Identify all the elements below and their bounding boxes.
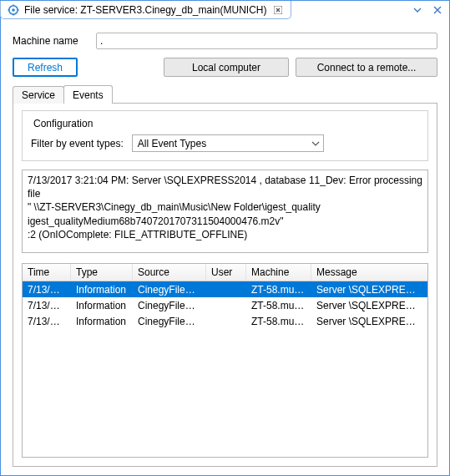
- col-source[interactable]: Source: [133, 264, 206, 281]
- tab-close-button[interactable]: [272, 4, 284, 16]
- tab-events-body: Configuration Filter by event types: All…: [13, 104, 437, 467]
- table-row[interactable]: 7/13/20...InformationCinegyFileSe...ZT-5…: [23, 281, 427, 297]
- machine-input[interactable]: [96, 33, 437, 49]
- machine-label: Machine name: [13, 35, 88, 47]
- chevron-down-icon: [311, 139, 320, 148]
- cell: Information: [71, 283, 133, 296]
- close-icon[interactable]: [431, 3, 444, 17]
- cell: [206, 305, 246, 306]
- service-icon: [8, 4, 19, 16]
- event-detail-text[interactable]: 7/13/2017 3:21:04 PM: Server \SQLEXPRESS…: [22, 170, 428, 253]
- filter-label: Filter by event types:: [31, 138, 124, 149]
- grid-header: Time Type Source User Machine Message: [23, 264, 427, 281]
- button-row: Refresh Local computer Connect to a remo…: [13, 58, 437, 77]
- events-grid: Time Type Source User Machine Message 7/…: [22, 263, 428, 458]
- cell: 7/13/20...: [23, 299, 71, 312]
- cell: Information: [71, 299, 133, 312]
- col-machine[interactable]: Machine: [246, 264, 311, 281]
- window-title: File service: ZT-SERVER3.Cinegy_db_main(…: [24, 4, 267, 16]
- cell: [206, 289, 246, 291]
- svg-point-1: [12, 8, 15, 12]
- connect-remote-button[interactable]: Connect to a remote...: [296, 58, 437, 77]
- cell: ZT-58.muni...: [246, 283, 311, 296]
- cell: CinegyFileSe...: [133, 283, 206, 296]
- tab-events[interactable]: Events: [63, 85, 113, 104]
- dropdown-icon[interactable]: [411, 3, 424, 17]
- machine-row: Machine name: [13, 33, 437, 49]
- tabs: Service Events: [13, 85, 437, 104]
- col-time[interactable]: Time: [23, 264, 71, 281]
- cell: Server \SQLEXPRESS2014: [311, 299, 427, 312]
- local-computer-button[interactable]: Local computer: [164, 58, 289, 77]
- cell: Server \SQLEXPRESS2014: [311, 315, 427, 328]
- title-tab[interactable]: File service: ZT-SERVER3.Cinegy_db_main(…: [0, 1, 291, 19]
- cell: [206, 321, 246, 322]
- app-window: File service: ZT-SERVER3.Cinegy_db_main(…: [0, 0, 450, 476]
- grid-body[interactable]: 7/13/20...InformationCinegyFileSe...ZT-5…: [23, 281, 427, 457]
- titlebar-controls: [411, 1, 444, 17]
- cell: 7/13/20...: [23, 283, 71, 296]
- cell: CinegyFileSe...: [133, 299, 206, 312]
- configuration-group: Configuration Filter by event types: All…: [22, 110, 428, 161]
- cell: ZT-58.muni...: [246, 299, 311, 312]
- cell: Server \SQLEXPRESS2014 ,: [311, 283, 427, 296]
- cell: ZT-58.muni...: [246, 315, 311, 328]
- col-type[interactable]: Type: [71, 264, 133, 281]
- table-row[interactable]: 7/13/20...InformationCinegyFileSe...ZT-5…: [23, 313, 427, 329]
- configuration-legend: Configuration: [31, 118, 95, 129]
- cell: 7/13/20...: [23, 315, 71, 328]
- col-message[interactable]: Message: [311, 264, 427, 281]
- tab-service[interactable]: Service: [13, 86, 64, 104]
- col-user[interactable]: User: [206, 264, 246, 281]
- content-area: Machine name Refresh Local computer Conn…: [1, 21, 449, 475]
- filter-select-value: All Event Types: [138, 138, 207, 149]
- cell: Information: [71, 315, 133, 328]
- refresh-button[interactable]: Refresh: [13, 58, 78, 77]
- filter-select[interactable]: All Event Types: [132, 134, 324, 152]
- cell: CinegyFileSe...: [133, 315, 206, 328]
- table-row[interactable]: 7/13/20...InformationCinegyFileSe...ZT-5…: [23, 297, 427, 313]
- titlebar: File service: ZT-SERVER3.Cinegy_db_main(…: [1, 1, 449, 21]
